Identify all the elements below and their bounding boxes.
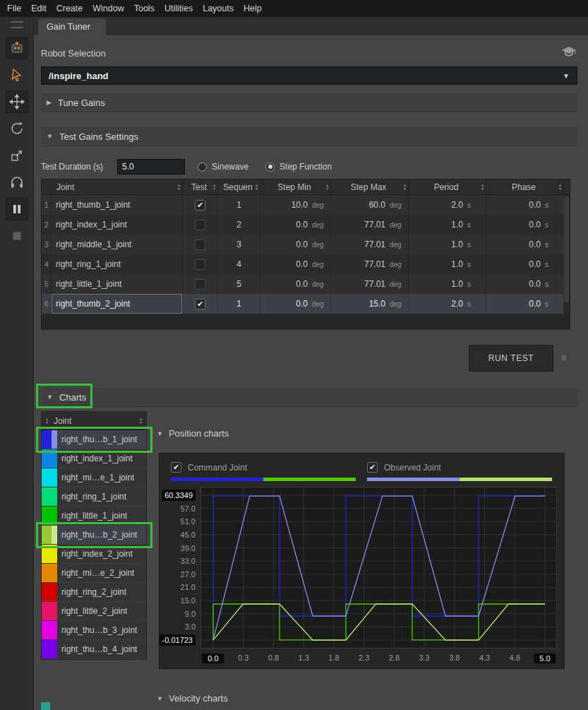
sort-arrows-icon[interactable]: ▴▾ bbox=[46, 418, 48, 425]
menu-file[interactable]: File bbox=[7, 4, 21, 13]
table-row[interactable]: 2right_index_1_joint20.0deg77.01deg1.0s0… bbox=[42, 215, 570, 235]
chart-joint-row[interactable]: right_little_2_joint bbox=[42, 602, 146, 621]
tab-gain-tuner[interactable]: Gain Tuner bbox=[38, 18, 106, 35]
step-min-cell[interactable]: 0.0deg bbox=[260, 274, 331, 294]
sequence-cell[interactable]: 1 bbox=[218, 294, 260, 314]
step-max-cell[interactable]: 60.0deg bbox=[331, 195, 409, 215]
step-max-cell[interactable]: 77.01deg bbox=[331, 254, 409, 274]
sort-arrows-icon[interactable]: ▴▾ bbox=[326, 184, 328, 191]
period-cell[interactable]: 2.0s bbox=[409, 195, 486, 215]
sort-arrows-icon[interactable]: ▴▾ bbox=[559, 184, 561, 191]
period-cell[interactable]: 2.0s bbox=[409, 294, 486, 314]
section-tune-gains[interactable]: ▶ Tune Gains bbox=[41, 93, 577, 112]
chart-joint-row[interactable]: right_thu…b_3_joint bbox=[42, 621, 146, 640]
column-header-step-max[interactable]: Step Max▴▾ bbox=[331, 179, 409, 194]
scrollbar-thumb[interactable] bbox=[564, 196, 569, 302]
column-header-phase[interactable]: Phase▴▾ bbox=[486, 179, 564, 194]
column-header-sequen[interactable]: Sequen▴▾ bbox=[218, 179, 260, 194]
robot-tool-icon[interactable] bbox=[6, 37, 28, 59]
menu-handle-icon[interactable] bbox=[11, 21, 23, 28]
chart-joint-row[interactable]: right_thu…b_2_joint bbox=[42, 526, 146, 545]
sort-arrows-icon[interactable]: ▴▾ bbox=[256, 184, 258, 191]
period-cell[interactable]: 1.0s bbox=[409, 235, 486, 254]
chart-joint-row[interactable]: right_thu…b_1_joint bbox=[42, 430, 146, 449]
menu-window[interactable]: Window bbox=[92, 4, 124, 13]
section-position-charts[interactable]: ▼ Position charts bbox=[157, 428, 229, 439]
step-max-cell[interactable]: 77.01deg bbox=[331, 215, 409, 235]
sequence-cell[interactable]: 3 bbox=[218, 235, 260, 254]
table-row[interactable]: 6right_thumb_2_joint✔10.0deg15.0deg2.0s0… bbox=[42, 294, 570, 314]
menu-layouts[interactable]: Layouts bbox=[203, 4, 234, 13]
phase-cell[interactable]: 0.0s bbox=[486, 254, 564, 274]
rotate-tool-icon[interactable] bbox=[6, 117, 28, 140]
run-test-button[interactable]: RUN TEST bbox=[469, 345, 553, 372]
sequence-cell[interactable]: 5 bbox=[218, 274, 260, 294]
sort-arrows-icon[interactable]: ▴▾ bbox=[404, 184, 406, 191]
period-cell[interactable]: 1.0s bbox=[409, 215, 486, 235]
audio-tool-icon[interactable] bbox=[6, 171, 28, 194]
section-test-gains-settings[interactable]: ▼ Test Gains Settings bbox=[41, 126, 577, 146]
graduation-cap-icon[interactable] bbox=[560, 45, 577, 61]
step-max-cell[interactable]: 15.0deg bbox=[331, 294, 409, 314]
period-cell[interactable]: 1.0s bbox=[409, 254, 486, 274]
test-duration-input[interactable] bbox=[117, 159, 185, 174]
column-header-joint[interactable]: Joint▴▾ bbox=[52, 179, 183, 194]
test-checkbox[interactable]: ✔ bbox=[195, 299, 205, 309]
chart-joint-row[interactable]: right_ring_1_joint bbox=[42, 487, 146, 507]
pause-tool-icon[interactable] bbox=[6, 198, 28, 220]
test-checkbox[interactable] bbox=[195, 279, 205, 290]
step-min-cell[interactable]: 0.0deg bbox=[260, 294, 331, 314]
chart-joint-row[interactable]: right_mi…e_2_joint bbox=[42, 564, 146, 583]
chart-joint-row[interactable]: right_index_2_joint bbox=[42, 545, 146, 564]
scale-tool-icon[interactable] bbox=[6, 144, 28, 167]
column-header-period[interactable]: Period▴▾ bbox=[409, 179, 486, 194]
joint-list-header[interactable]: ▴▾ Joint ▴▾ bbox=[42, 412, 146, 430]
select-cursor-icon[interactable] bbox=[6, 64, 28, 86]
chart-joint-row[interactable]: right_ring_2_joint bbox=[42, 583, 146, 602]
sequence-cell[interactable]: 1 bbox=[218, 195, 260, 215]
step-max-cell[interactable]: 77.01deg bbox=[331, 235, 409, 254]
robot-selector-dropdown[interactable]: /inspire_hand ▼ bbox=[41, 66, 577, 85]
radio-circle-icon[interactable] bbox=[265, 162, 275, 172]
table-row[interactable]: 1right_thumb_1_joint✔110.0deg60.0deg2.0s… bbox=[42, 195, 570, 215]
column-header-step-min[interactable]: Step Min▴▾ bbox=[260, 179, 331, 194]
menu-tools[interactable]: Tools bbox=[134, 4, 155, 13]
chart-joint-row[interactable]: right_mi…e_1_joint bbox=[42, 468, 146, 487]
menu-help[interactable]: Help bbox=[244, 4, 262, 13]
column-header-test[interactable]: Test▴▾ bbox=[183, 179, 218, 194]
section-charts[interactable]: ▼ Charts bbox=[41, 387, 577, 407]
sort-arrows-icon[interactable]: ▴▾ bbox=[481, 184, 484, 191]
chart-joint-row[interactable]: right_little_1_joint bbox=[42, 507, 146, 526]
menu-edit[interactable]: Edit bbox=[31, 4, 47, 13]
chart-joint-row[interactable]: right_thu…b_4_joint bbox=[42, 640, 146, 659]
stop-tool-icon[interactable] bbox=[6, 225, 28, 247]
step-min-cell[interactable]: 0.0deg bbox=[260, 215, 331, 235]
step-min-cell[interactable]: 0.0deg bbox=[260, 235, 331, 254]
menu-utilities[interactable]: Utilities bbox=[164, 4, 193, 13]
radio-sinewave[interactable]: Sinewave bbox=[198, 162, 248, 172]
table-row[interactable]: 3right_middle_1_joint30.0deg77.01deg1.0s… bbox=[42, 235, 570, 254]
menu-create[interactable]: Create bbox=[56, 4, 83, 13]
step-min-cell[interactable]: 0.0deg bbox=[260, 254, 331, 274]
phase-cell[interactable]: 0.0s bbox=[486, 274, 564, 294]
radio-circle-icon[interactable] bbox=[198, 162, 207, 172]
sort-arrows-icon[interactable]: ▴▾ bbox=[178, 184, 180, 191]
radio-step-function[interactable]: Step Function bbox=[265, 162, 332, 172]
sort-arrows-icon[interactable]: ▴▾ bbox=[213, 184, 215, 191]
table-row[interactable]: 4right_ring_1_joint40.0deg77.01deg1.0s0.… bbox=[42, 254, 570, 274]
command-joint-checkbox[interactable]: ✔ bbox=[171, 462, 181, 473]
phase-cell[interactable]: 0.0s bbox=[486, 215, 564, 235]
phase-cell[interactable]: 0.0s bbox=[486, 294, 564, 314]
chart-joint-row[interactable]: right_index_1_joint bbox=[42, 449, 146, 468]
sequence-cell[interactable]: 4 bbox=[218, 254, 260, 274]
sequence-cell[interactable]: 2 bbox=[218, 215, 260, 235]
test-checkbox[interactable] bbox=[195, 239, 205, 250]
phase-cell[interactable]: 0.0s bbox=[486, 195, 564, 215]
table-row[interactable]: 5right_little_1_joint50.0deg77.01deg1.0s… bbox=[42, 274, 570, 294]
test-checkbox[interactable]: ✔ bbox=[195, 200, 205, 211]
period-cell[interactable]: 1.0s bbox=[409, 274, 486, 294]
step-max-cell[interactable]: 77.01deg bbox=[331, 274, 409, 294]
table-scrollbar[interactable] bbox=[563, 195, 570, 314]
observed-joint-checkbox[interactable]: ✔ bbox=[367, 462, 378, 473]
test-checkbox[interactable] bbox=[195, 220, 205, 230]
